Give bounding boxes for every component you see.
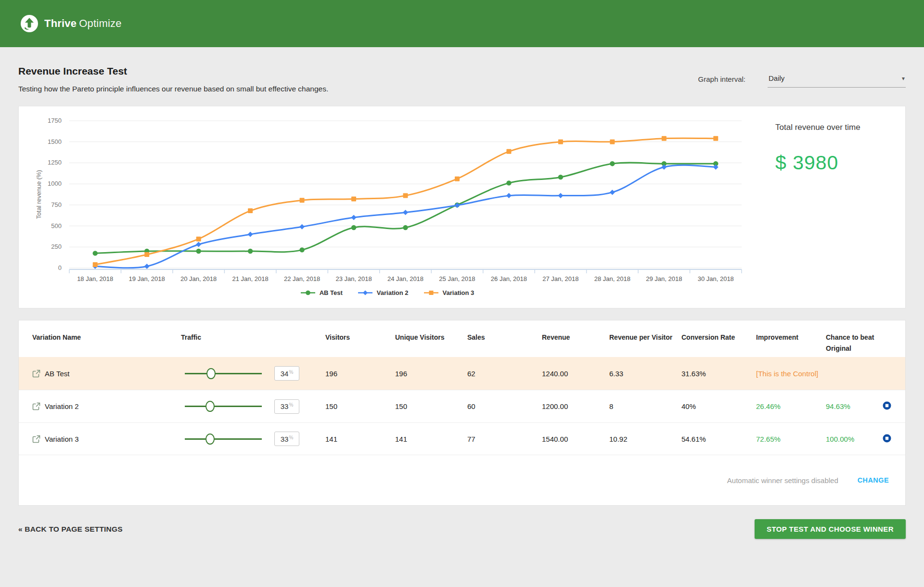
stop-variation-icon[interactable] <box>882 401 892 410</box>
traffic-value: 34 <box>281 370 289 378</box>
column-header-revenue-per-visitor: Revenue per Visitor <box>594 332 666 343</box>
graph-interval-select[interactable]: Daily ▾ <box>768 74 906 88</box>
svg-text:26 Jan, 2018: 26 Jan, 2018 <box>491 275 527 282</box>
y-axis-title: Total revenue (%) <box>35 170 42 219</box>
stop-test-button[interactable]: STOP TEST AND CHOOSE WINNER <box>755 519 906 539</box>
external-link-icon[interactable] <box>32 370 40 378</box>
sales-cell: 62 <box>452 370 526 378</box>
traffic-value: 33 <box>281 402 289 410</box>
traffic-slider[interactable] <box>185 401 262 412</box>
conversion-rate-cell: 40% <box>666 402 741 410</box>
traffic-slider[interactable] <box>185 368 262 379</box>
svg-text:20 Jan, 2018: 20 Jan, 2018 <box>180 275 217 282</box>
brand-logo[interactable]: ThriveOptimize <box>20 14 122 33</box>
thrive-logo-icon <box>20 14 38 33</box>
traffic-value: 33 <box>281 435 289 443</box>
variations-table: Variation NameTrafficVisitorsUnique Visi… <box>18 320 906 506</box>
traffic-slider[interactable] <box>185 433 262 445</box>
legend-ab-test[interactable]: AB Test <box>300 289 343 296</box>
unique-visitors-cell: 196 <box>380 370 452 378</box>
svg-text:250: 250 <box>51 243 62 250</box>
svg-text:21 Jan, 2018: 21 Jan, 2018 <box>232 275 269 282</box>
svg-text:23 Jan, 2018: 23 Jan, 2018 <box>335 275 372 282</box>
improvement-cell: 72.65% <box>741 435 810 443</box>
traffic-slider-thumb[interactable] <box>205 401 215 412</box>
revenue-cell: 1540.00 <box>526 435 594 443</box>
graph-interval: Graph interval: Daily ▾ <box>698 74 906 88</box>
column-header-revenue: Revenue <box>526 332 594 343</box>
total-revenue-label: Total revenue over time <box>775 123 860 132</box>
traffic-percent-input[interactable]: 34% <box>274 366 299 381</box>
conversion-rate-cell: 54.61% <box>666 435 741 443</box>
back-to-page-settings-link[interactable]: « BACK TO PAGE SETTINGS <box>18 525 123 534</box>
svg-text:19 Jan, 2018: 19 Jan, 2018 <box>129 275 165 282</box>
variation-name-cell: Variation 3 <box>19 435 166 443</box>
table-body: AB Test 34% 196 196 62 1240.00 6.33 31.6… <box>19 357 905 455</box>
brand-bold: Thrive <box>44 17 77 29</box>
traffic-slider-track <box>185 438 262 440</box>
svg-text:30 Jan, 2018: 30 Jan, 2018 <box>698 275 734 282</box>
brand-text: ThriveOptimize <box>44 17 122 30</box>
legend-label: Variation 2 <box>377 289 409 296</box>
column-header-variation-name: Variation Name <box>19 332 166 343</box>
traffic-cell: 34% <box>166 366 310 381</box>
x-axis: 18 Jan, 201819 Jan, 201820 Jan, 201821 J… <box>69 269 742 282</box>
legend-marker-icon <box>300 290 316 296</box>
bottom-bar: « BACK TO PAGE SETTINGS STOP TEST AND CH… <box>18 519 906 568</box>
change-link[interactable]: CHANGE <box>858 476 889 484</box>
page-head: Revenue Increase Test Testing how the Pa… <box>18 47 906 93</box>
traffic-cell: 33% <box>166 399 310 414</box>
traffic-unit: % <box>289 435 293 440</box>
legend-label: Variation 3 <box>443 289 475 296</box>
chance-to-beat-cell: 94.63% <box>810 402 875 410</box>
revenue-per-visitor-cell: 6.33 <box>594 370 666 378</box>
traffic-percent-input[interactable]: 33% <box>274 432 299 446</box>
improvement-cell: 26.46% <box>741 402 810 410</box>
stop-variation-icon[interactable] <box>882 434 892 443</box>
svg-text:22 Jan, 2018: 22 Jan, 2018 <box>284 275 320 282</box>
chart-area: 02505007501000125015001750Total revenue … <box>19 111 755 308</box>
revenue-chart: 02505007501000125015001750Total revenue … <box>19 111 750 285</box>
conversion-rate-cell: 31.63% <box>666 370 741 378</box>
table-header-row: Variation NameTrafficVisitorsUnique Visi… <box>19 320 905 357</box>
traffic-cell: 33% <box>166 432 310 446</box>
column-header-unique-visitors: Unique Visitors <box>380 332 452 343</box>
column-header-sales: Sales <box>452 332 526 343</box>
svg-text:1250: 1250 <box>48 159 62 166</box>
chevron-down-icon: ▾ <box>902 76 905 81</box>
svg-text:27 Jan, 2018: 27 Jan, 2018 <box>542 275 578 282</box>
variation-name: AB Test <box>45 370 69 378</box>
series-variation-2 <box>92 165 719 269</box>
svg-text:1000: 1000 <box>48 180 62 187</box>
revenue-per-visitor-cell: 10.92 <box>594 435 666 443</box>
svg-text:0: 0 <box>58 264 62 271</box>
legend-variation-3[interactable]: Variation 3 <box>423 289 475 296</box>
svg-text:18 Jan, 2018: 18 Jan, 2018 <box>77 275 113 282</box>
column-header-visitors: Visitors <box>310 332 380 343</box>
external-link-icon[interactable] <box>32 402 40 410</box>
auto-winner-status: Automatic winner settings disabled <box>727 476 838 485</box>
revenue-cell: 1200.00 <box>526 402 594 410</box>
stop-icon-cell <box>875 434 905 445</box>
top-bar: ThriveOptimize <box>0 0 924 47</box>
series-ab-test <box>93 161 719 256</box>
variation-name: Variation 2 <box>45 402 79 410</box>
chart-card: 02505007501000125015001750Total revenue … <box>18 106 906 308</box>
revenue-cell: 1240.00 <box>526 370 594 378</box>
legend-variation-2[interactable]: Variation 2 <box>357 289 409 296</box>
graph-interval-label: Graph interval: <box>698 74 745 83</box>
svg-text:28 Jan, 2018: 28 Jan, 2018 <box>594 275 630 282</box>
traffic-percent-input[interactable]: 33% <box>274 399 299 414</box>
improvement-cell: [This is the Control] <box>741 370 810 378</box>
total-revenue-panel: Total revenue over time $ 3980 <box>755 111 860 308</box>
svg-text:24 Jan, 2018: 24 Jan, 2018 <box>387 275 424 282</box>
traffic-slider-thumb[interactable] <box>205 434 215 445</box>
sales-cell: 60 <box>452 402 526 410</box>
traffic-slider-thumb[interactable] <box>206 368 216 379</box>
external-link-icon[interactable] <box>32 435 40 443</box>
visitors-cell: 196 <box>310 370 380 378</box>
traffic-unit: % <box>289 402 293 408</box>
brand-light: Optimize <box>79 17 121 29</box>
stop-icon-cell <box>875 401 905 412</box>
svg-text:750: 750 <box>51 201 62 208</box>
